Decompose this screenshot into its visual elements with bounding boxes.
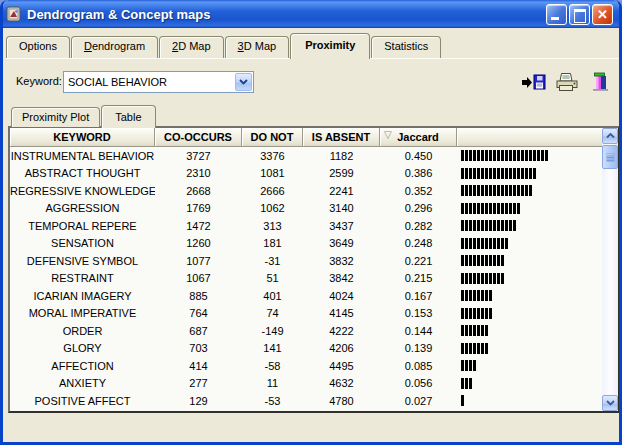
- close-button[interactable]: [592, 4, 613, 25]
- table-row[interactable]: AFFECTION 414 -58 4495 0.085: [10, 357, 602, 375]
- titlebar[interactable]: Dendrogram & Concept maps: [0, 0, 622, 28]
- scroll-up-button[interactable]: [602, 128, 618, 144]
- jaccard-bar: [461, 168, 464, 179]
- tab-3d-map[interactable]: 3D Map: [225, 36, 290, 58]
- print-icon[interactable]: [555, 71, 579, 93]
- combobox-dropdown-button[interactable]: [235, 73, 252, 91]
- table-row[interactable]: POSITIVE AFFECT 129 -53 4780 0.027: [10, 392, 602, 410]
- table-row[interactable]: TEMPORAL REPERE 1472 313 3437 0.282: [10, 217, 602, 235]
- jaccard-bar: [461, 220, 464, 231]
- column-header-label: CO-OCCURS: [164, 131, 232, 143]
- column-header-is-absent[interactable]: IS ABSENT: [303, 128, 380, 146]
- cell-jaccard: 0.167: [380, 290, 457, 302]
- chevron-down-icon: [239, 79, 248, 85]
- cell-is-absent: 4780: [303, 395, 380, 407]
- jaccard-bar: [533, 150, 536, 161]
- vertical-scrollbar[interactable]: [602, 128, 618, 411]
- scroll-down-button[interactable]: [602, 395, 618, 411]
- cell-jaccard: 0.248: [380, 237, 457, 249]
- column-header-bars[interactable]: [457, 128, 602, 146]
- jaccard-bar: [501, 185, 504, 196]
- jaccard-bar: [461, 378, 464, 389]
- jaccard-bar: [485, 325, 488, 336]
- jaccard-bar: [461, 238, 464, 249]
- table-row[interactable]: ANXIETY 277 11 4632 0.056: [10, 375, 602, 393]
- jaccard-bar: [489, 220, 492, 231]
- jaccard-bar: [465, 238, 468, 249]
- jaccard-bar: [497, 220, 500, 231]
- jaccard-bar: [469, 238, 472, 249]
- jaccard-bar: [505, 168, 508, 179]
- minimize-button[interactable]: [546, 4, 567, 25]
- table-row[interactable]: ABSTRACT THOUGHT 2310 1081 2599 0.386: [10, 165, 602, 183]
- cell-do-not: 51: [242, 272, 303, 284]
- cell-do-not: 1062: [242, 202, 303, 214]
- cell-is-absent: 3842: [303, 272, 380, 284]
- jaccard-bar: [477, 343, 480, 354]
- table-row[interactable]: AGGRESSION 1769 1062 3140 0.296: [10, 200, 602, 218]
- cell-jaccard-bars: [457, 360, 602, 371]
- save-export-icon[interactable]: [522, 71, 546, 93]
- subtab-table[interactable]: Table: [101, 105, 155, 128]
- table-row[interactable]: RESTRAINT 1067 51 3842 0.215: [10, 270, 602, 288]
- sort-descending-icon: ▽: [384, 129, 392, 140]
- cell-keyword: GLORY: [10, 342, 155, 354]
- toolbar: [522, 71, 612, 93]
- table-row[interactable]: DEFENSIVE SYMBOL 1077 -31 3832 0.221: [10, 252, 602, 270]
- tab-dendrogram[interactable]: Dendrogram: [71, 36, 158, 58]
- exit-icon[interactable]: [588, 71, 612, 93]
- cell-do-not: -58: [242, 360, 303, 372]
- jaccard-bar: [521, 185, 524, 196]
- cell-keyword: SENSATION: [10, 237, 155, 249]
- column-header-do-not[interactable]: DO NOT: [242, 128, 303, 146]
- jaccard-bar: [505, 238, 508, 249]
- cell-keyword: ABSTRACT THOUGHT: [10, 167, 155, 179]
- jaccard-bar: [489, 203, 492, 214]
- tab-2d-map[interactable]: 2D Map: [159, 36, 224, 58]
- cell-is-absent: 3832: [303, 255, 380, 267]
- jaccard-bar: [473, 150, 476, 161]
- table-row[interactable]: MORAL IMPERATIVE 764 74 4145 0.153: [10, 305, 602, 323]
- keyword-combobox[interactable]: SOCIAL BEHAVIOR: [63, 71, 254, 93]
- table-row[interactable]: SENSATION 1260 181 3649 0.248: [10, 235, 602, 253]
- table-row[interactable]: REGRESSIVE KNOWLEDGE 2668 2666 2241 0.35…: [10, 182, 602, 200]
- tab-proximity[interactable]: Proximity: [290, 33, 370, 59]
- subtab-proximity-plot[interactable]: Proximity Plot: [11, 107, 100, 127]
- jaccard-bar: [485, 273, 488, 284]
- cell-jaccard-bars: [457, 185, 602, 196]
- jaccard-bar: [465, 203, 468, 214]
- table-header-row: KEYWORDCO-OCCURSDO NOTIS ABSENT▽Jaccard: [10, 128, 602, 147]
- jaccard-bar: [489, 238, 492, 249]
- column-header-co-occurs[interactable]: CO-OCCURS: [155, 128, 242, 146]
- tab-statistics[interactable]: Statistics: [371, 36, 441, 58]
- jaccard-bar: [493, 150, 496, 161]
- jaccard-bar: [485, 203, 488, 214]
- column-header-keyword[interactable]: KEYWORD: [10, 128, 155, 146]
- jaccard-bar: [465, 290, 468, 301]
- jaccard-bar: [481, 238, 484, 249]
- jaccard-bar: [525, 168, 528, 179]
- jaccard-bar: [497, 255, 500, 266]
- jaccard-bar: [461, 395, 464, 406]
- cell-keyword: MORAL IMPERATIVE: [10, 307, 155, 319]
- tab-options[interactable]: Options: [6, 36, 70, 58]
- table-row[interactable]: ICARIAN IMAGERY 885 401 4024 0.167: [10, 287, 602, 305]
- jaccard-bar: [465, 168, 468, 179]
- table-row[interactable]: INSTRUMENTAL BEHAVIOR 3727 3376 1182 0.4…: [10, 147, 602, 165]
- cell-is-absent: 2599: [303, 167, 380, 179]
- jaccard-bar: [485, 290, 488, 301]
- cell-do-not: 2666: [242, 185, 303, 197]
- cell-keyword: REGRESSIVE KNOWLEDGE: [10, 185, 155, 197]
- jaccard-bar: [485, 343, 488, 354]
- maximize-button[interactable]: [569, 4, 590, 25]
- column-header-jaccard[interactable]: ▽Jaccard: [380, 128, 457, 146]
- table-row[interactable]: GLORY 703 141 4206 0.139: [10, 340, 602, 358]
- jaccard-bar: [501, 168, 504, 179]
- scrollbar-thumb[interactable]: [602, 145, 618, 169]
- jaccard-bar: [469, 255, 472, 266]
- column-header-label: DO NOT: [251, 131, 294, 143]
- cell-jaccard-bars: [457, 395, 602, 406]
- jaccard-bar: [525, 185, 528, 196]
- table-row[interactable]: ORDER 687 -149 4222 0.144: [10, 322, 602, 340]
- app-icon[interactable]: [6, 6, 22, 22]
